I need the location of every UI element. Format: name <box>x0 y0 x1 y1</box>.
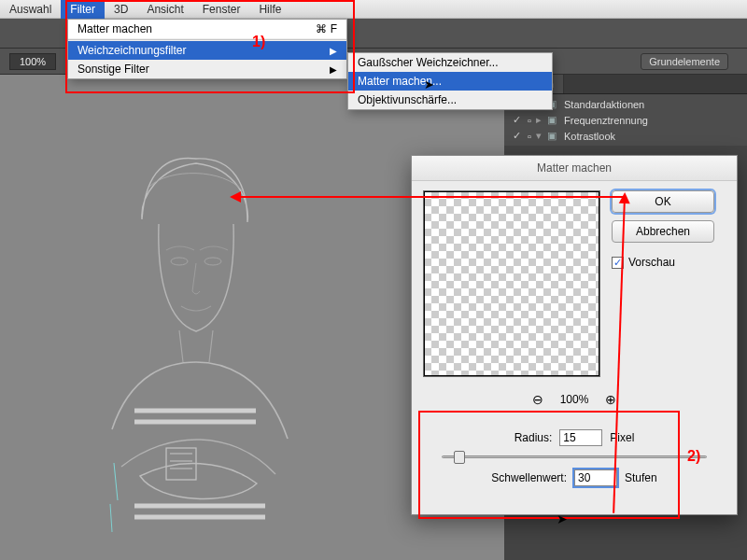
submenu-arrow-icon: ▶ <box>330 46 337 56</box>
menu-item-label: Matter machen <box>78 22 152 35</box>
check-icon: ✓ <box>510 114 523 126</box>
annotation-arrow <box>233 196 626 198</box>
menu-item-weichzeichnungsfilter[interactable]: Weichzeichnungsfilter ▶ <box>68 41 346 60</box>
preview-checkbox-row[interactable]: ✓ Vorschau <box>612 256 726 269</box>
menu-item-label: Sonstige Filter <box>78 63 149 76</box>
svg-rect-0 <box>56 131 336 551</box>
portrait-image <box>56 131 336 551</box>
dialog-preview[interactable] <box>423 190 600 377</box>
submenu-item-matter-machen[interactable]: Matter machen... <box>348 72 552 91</box>
dialog-toggle-icon: ▫ <box>523 131 536 142</box>
slider-knob[interactable] <box>454 451 465 464</box>
radius-row: Radius: Pixel <box>423 429 726 446</box>
zoom-field[interactable]: 100% <box>9 53 56 70</box>
disclosure-icon[interactable]: ▾ <box>536 130 547 142</box>
folder-icon: ▣ <box>547 114 560 126</box>
action-row[interactable]: ✓ ▫ ▸ ▣ Frequenztrennung <box>504 112 747 128</box>
threshold-label: Schwellenwert: <box>491 471 567 484</box>
menu-hilfe[interactable]: Hilfe <box>249 0 290 19</box>
menu-item-label: Weichzeichnungsfilter <box>78 44 187 57</box>
dialog-toggle-icon: ▫ <box>523 115 536 126</box>
menu-separator <box>68 39 346 40</box>
dialog-title: Matter machen <box>412 156 737 181</box>
grundelemente-button[interactable]: Grundelemente <box>641 53 728 70</box>
check-icon: ✓ <box>510 130 523 142</box>
menu-auswahl[interactable]: Auswahl <box>0 0 61 19</box>
menu-item-shortcut: ⌘ F <box>316 22 337 35</box>
submenu-item-gaussian[interactable]: Gaußscher Weichzeichner... <box>348 53 552 72</box>
submenu-item-objektivunschaerfe[interactable]: Objektivunschärfe... <box>348 91 552 109</box>
radius-unit: Pixel <box>610 431 634 444</box>
menu-filter[interactable]: Filter <box>61 0 105 19</box>
zoom-in-icon[interactable]: ⊕ <box>605 392 616 407</box>
action-label: Standardaktionen <box>564 99 644 110</box>
radius-label: Radius: <box>514 431 553 444</box>
threshold-input[interactable] <box>574 469 617 486</box>
dialog-zoom-value: 100% <box>560 393 589 406</box>
cursor-icon: ➤ <box>557 511 568 526</box>
action-label: Frequenztrennung <box>564 115 648 126</box>
menu-3d[interactable]: 3D <box>105 0 137 19</box>
threshold-unit: Stufen <box>625 471 657 484</box>
disclosure-icon[interactable]: ▸ <box>536 114 547 126</box>
radius-slider[interactable] <box>442 455 707 458</box>
menu-fenster[interactable]: Fenster <box>193 0 250 19</box>
annotation-label-2: 2) <box>687 448 700 465</box>
zoom-out-icon[interactable]: ⊖ <box>532 392 543 407</box>
radius-input[interactable] <box>559 429 602 446</box>
menu-item-recent-filter[interactable]: Matter machen ⌘ F <box>68 20 346 38</box>
menu-item-sonstige-filter[interactable]: Sonstige Filter ▶ <box>68 60 346 78</box>
system-menubar: Auswahl Filter 3D Ansicht Fenster Hilfe <box>0 0 747 19</box>
annotation-label-1: 1) <box>252 34 265 50</box>
cursor-icon: ➤ <box>424 77 434 91</box>
submenu-arrow-icon: ▶ <box>330 64 337 75</box>
action-label: Kotrastlook <box>564 131 615 142</box>
filter-menu-dropdown: Matter machen ⌘ F Weichzeichnungsfilter … <box>67 19 347 79</box>
folder-icon: ▣ <box>547 130 560 142</box>
menu-ansicht[interactable]: Ansicht <box>137 0 192 19</box>
preview-checkbox-label: Vorschau <box>628 256 675 269</box>
threshold-row: Schwellenwert: Stufen <box>423 469 726 486</box>
action-row[interactable]: ✓ ▫ ▾ ▣ Kotrastlook <box>504 128 747 144</box>
weichzeichnungsfilter-submenu: Gaußscher Weichzeichner... Matter machen… <box>347 52 553 110</box>
cancel-button[interactable]: Abbrechen <box>612 220 714 243</box>
